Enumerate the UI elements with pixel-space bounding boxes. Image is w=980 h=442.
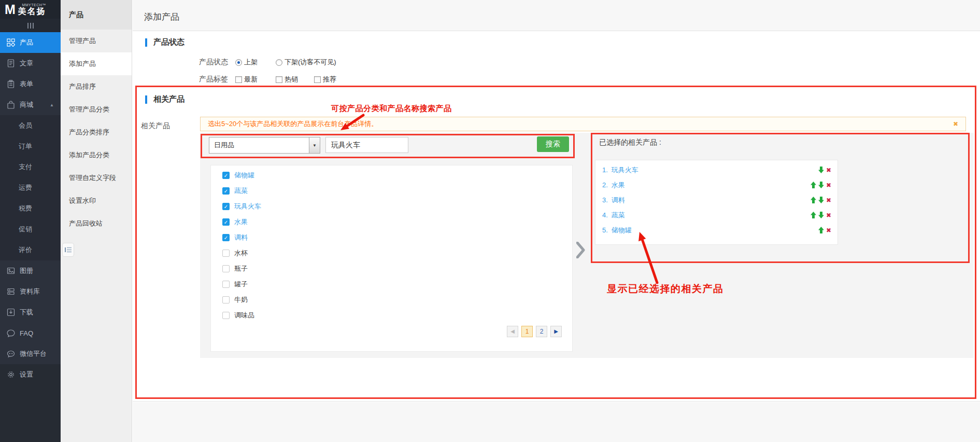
gear-icon xyxy=(7,370,15,379)
brand-logo[interactable]: M MMYTECH™ 美名扬 xyxy=(0,0,61,19)
selected-product-link[interactable]: 水果 xyxy=(612,181,625,190)
checkbox-unchecked-icon xyxy=(222,250,230,257)
move-right-chevron-icon[interactable] xyxy=(576,242,586,260)
sidebar-collapse-button[interactable] xyxy=(0,19,61,32)
products-grid-icon xyxy=(7,38,15,47)
sidebar-item-wechat[interactable]: 微信平台 xyxy=(0,343,61,364)
selected-products-box: 1. 玩具火车 ✖ 2. 水果 ✖ 3. 调料 ✖ xyxy=(595,160,838,245)
move-down-icon[interactable] xyxy=(818,167,824,173)
search-button[interactable]: 搜索 xyxy=(537,136,569,152)
tag-checkbox-hot[interactable]: 热销 xyxy=(276,75,298,84)
sidebar-item-reviews[interactable]: 评价 xyxy=(0,240,61,260)
tag-checkbox-newest[interactable]: 最新 xyxy=(235,75,258,84)
move-up-icon[interactable] xyxy=(811,197,816,203)
move-up-icon[interactable] xyxy=(811,212,816,218)
radio-off-shelf[interactable]: 下架(访客不可见) xyxy=(276,58,336,67)
product-option[interactable]: 瓶子 xyxy=(222,261,572,277)
submenu-item-manage-categories[interactable]: 管理产品分类 xyxy=(61,98,132,121)
article-icon xyxy=(7,59,15,67)
submenu-item-manage-products[interactable]: 管理产品 xyxy=(61,30,132,52)
submenu-item-recycle-bin[interactable]: 产品回收站 xyxy=(61,212,132,235)
notice-close-icon[interactable]: ✖ xyxy=(953,120,958,128)
product-option[interactable]: ✓水果 xyxy=(222,214,572,230)
sidebar-item-faq[interactable]: FAQ xyxy=(0,323,61,343)
remove-icon[interactable]: ✖ xyxy=(826,227,831,234)
library-icon xyxy=(7,287,15,296)
checkbox-checked-icon: ✓ xyxy=(222,203,230,210)
selected-product-link[interactable]: 储物罐 xyxy=(612,226,632,235)
mall-submenu: 会员 订单 支付 运费 税费 促销 评价 xyxy=(0,115,61,260)
tag-checkbox-recommended[interactable]: 推荐 xyxy=(314,75,336,84)
selected-product-link[interactable]: 调料 xyxy=(612,196,625,205)
selected-row: 5. 储物罐 ✖ xyxy=(602,223,831,238)
sidebar-item-members[interactable]: 会员 xyxy=(0,115,61,136)
product-option[interactable]: ✓蔬菜 xyxy=(222,183,572,199)
gallery-icon xyxy=(7,267,15,275)
remove-icon[interactable]: ✖ xyxy=(826,182,831,189)
checkbox-checked-icon: ✓ xyxy=(222,218,230,226)
section-accent-bar xyxy=(145,95,147,104)
sidebar-item-download[interactable]: 下载 xyxy=(0,302,61,323)
product-option[interactable]: ✓储物罐 xyxy=(222,168,572,183)
pagination: ◀ 1 2 ▶ xyxy=(507,326,562,337)
sidebar-item-shipping[interactable]: 运费 xyxy=(0,177,61,198)
product-option[interactable]: 调味品 xyxy=(222,308,572,323)
secondary-sidebar: 产品 管理产品 添加产品 产品排序 管理产品分类 产品分类排序 添加产品分类 管… xyxy=(61,0,132,442)
checkbox-empty-icon xyxy=(276,76,282,83)
submenu-item-add-category[interactable]: 添加产品分类 xyxy=(61,144,132,167)
section-related-products: 相关产品 xyxy=(145,94,184,104)
sidebar-item-articles[interactable]: 文章 xyxy=(0,53,61,74)
submenu-item-custom-fields[interactable]: 管理自定义字段 xyxy=(61,167,132,189)
keyword-input[interactable] xyxy=(325,137,408,153)
chevron-down-icon[interactable]: ▼ xyxy=(309,137,320,153)
sidebar-item-orders[interactable]: 订单 xyxy=(0,136,61,157)
submenu-collapse-button[interactable] xyxy=(62,243,74,257)
sidebar-item-promotion[interactable]: 促销 xyxy=(0,219,61,240)
checkbox-empty-icon xyxy=(235,76,242,83)
move-up-icon[interactable] xyxy=(811,182,816,188)
section-product-status: 产品状态 xyxy=(145,37,184,47)
move-down-icon[interactable] xyxy=(818,197,824,203)
pagination-page-1[interactable]: 1 xyxy=(521,326,533,337)
submenu-item-add-product[interactable]: 添加产品 xyxy=(61,52,132,75)
page-title: 添加产品 xyxy=(144,11,179,23)
sidebar-item-gallery[interactable]: 图册 xyxy=(0,260,61,281)
sidebar-item-forms[interactable]: 表单 xyxy=(0,74,61,94)
submenu-item-category-sort[interactable]: 产品分类排序 xyxy=(61,121,132,144)
product-option[interactable]: 牛奶 xyxy=(222,292,572,308)
product-option[interactable]: 罐子 xyxy=(222,277,572,292)
pagination-prev-button[interactable]: ◀ xyxy=(507,326,518,337)
sidebar-item-settings[interactable]: 设置 xyxy=(0,364,61,385)
brand-mark: M xyxy=(5,3,16,16)
submenu-item-watermark[interactable]: 设置水印 xyxy=(61,189,132,212)
pagination-page-2[interactable]: 2 xyxy=(536,326,547,337)
radio-on-shelf[interactable]: 上架 xyxy=(235,58,258,67)
sidebar-item-tax[interactable]: 税费 xyxy=(0,198,61,219)
sidebar-item-products[interactable]: 产品 xyxy=(0,32,61,53)
move-down-icon[interactable] xyxy=(818,182,824,188)
faq-bubble-icon xyxy=(7,329,15,337)
product-option[interactable]: ✓调料 xyxy=(222,230,572,245)
product-option[interactable]: 水杯 xyxy=(222,245,572,261)
selected-row: 4. 蔬菜 ✖ xyxy=(602,208,831,223)
radio-selected-icon xyxy=(235,59,242,66)
page-header xyxy=(133,0,980,31)
move-up-icon[interactable] xyxy=(818,227,824,233)
category-select[interactable]: 日用品 ▼ xyxy=(209,137,320,154)
pagination-next-button[interactable]: ▶ xyxy=(550,326,562,337)
move-down-icon[interactable] xyxy=(818,212,824,218)
sidebar-item-mall[interactable]: 商城 ▲ xyxy=(0,94,61,115)
sidebar-item-library[interactable]: 资料库 xyxy=(0,281,61,302)
collapse-bars-icon xyxy=(27,23,29,29)
remove-icon[interactable]: ✖ xyxy=(826,212,831,219)
selected-product-link[interactable]: 蔬菜 xyxy=(612,211,625,220)
remove-icon[interactable]: ✖ xyxy=(826,197,831,204)
remove-icon[interactable]: ✖ xyxy=(826,167,831,174)
selected-product-link[interactable]: 玩具火车 xyxy=(612,165,638,175)
related-products-label: 相关产品 xyxy=(138,121,170,131)
product-option[interactable]: ✓玩具火车 xyxy=(222,199,572,214)
brand-sup-text: MMYTECH™ xyxy=(18,3,46,7)
selected-products-title: 已选择的相关产品 : xyxy=(599,138,661,147)
submenu-item-product-sort[interactable]: 产品排序 xyxy=(61,75,132,98)
sidebar-item-payment[interactable]: 支付 xyxy=(0,157,61,177)
